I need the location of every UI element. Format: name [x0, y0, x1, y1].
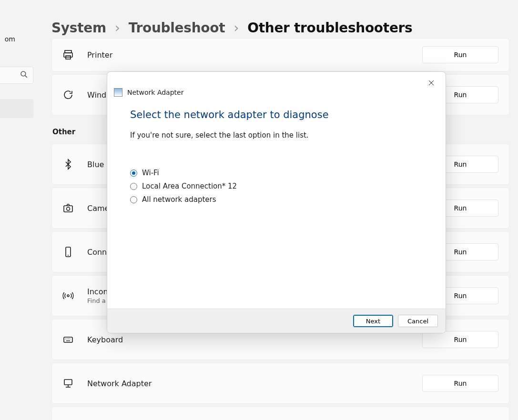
- svg-rect-12: [67, 339, 67, 339]
- troubleshooter-row-printer: Printer Run: [51, 38, 509, 71]
- svg-point-6: [67, 207, 70, 210]
- sidebar-selected-item[interactable]: [0, 99, 33, 118]
- network-icon: [62, 378, 74, 389]
- radio-option-wifi[interactable]: Wi-Fi: [130, 166, 423, 180]
- dialog-description: If you're not sure, select the last opti…: [130, 131, 423, 140]
- sidebar-fragment: om: [0, 0, 33, 420]
- svg-rect-13: [68, 339, 69, 339]
- chevron-right-icon: ›: [115, 20, 120, 36]
- radio-label: Local Area Connection* 12: [142, 182, 237, 190]
- cancel-button[interactable]: Cancel: [398, 315, 438, 327]
- radio-label: Wi-Fi: [142, 169, 159, 177]
- close-icon: [428, 79, 434, 88]
- printer-icon: [62, 49, 74, 60]
- svg-rect-14: [70, 339, 70, 339]
- radio-icon: [130, 183, 137, 190]
- next-button[interactable]: Next: [353, 315, 393, 327]
- svg-rect-15: [66, 340, 70, 341]
- svg-line-1: [25, 76, 27, 78]
- run-button[interactable]: Run: [422, 46, 498, 63]
- radio-option-lan[interactable]: Local Area Connection* 12: [130, 180, 423, 193]
- breadcrumb-troubleshoot[interactable]: Troubleshoot: [129, 20, 225, 36]
- run-button[interactable]: Run: [422, 375, 498, 392]
- sidebar-text-fragment: om: [5, 35, 15, 43]
- troubleshooter-title: Network Adapter: [87, 379, 409, 388]
- svg-point-0: [21, 71, 26, 76]
- breadcrumb-current: Other troubleshooters: [247, 20, 412, 36]
- sidebar-search[interactable]: [0, 67, 33, 84]
- troubleshooter-title: Printer: [87, 50, 409, 60]
- dialog-caption: Network Adapter: [127, 89, 183, 96]
- svg-rect-3: [64, 53, 72, 57]
- troubleshooter-title: Keyboard: [87, 335, 409, 344]
- radio-icon: [130, 170, 137, 177]
- bluetooth-icon: [62, 159, 74, 170]
- camera-icon: [62, 202, 74, 214]
- network-adapter-dialog: Network Adapter Select the network adapt…: [107, 71, 446, 333]
- breadcrumb: System › Troubleshoot › Other troublesho…: [51, 15, 518, 40]
- svg-rect-11: [65, 339, 66, 339]
- troubleshooter-row-partial: [51, 407, 509, 420]
- troubleshooter-app-icon: [114, 88, 122, 97]
- run-button[interactable]: Run: [422, 331, 498, 348]
- radio-option-all[interactable]: All network adapters: [130, 193, 423, 206]
- svg-rect-10: [64, 337, 72, 342]
- dialog-heading: Select the network adapter to diagnose: [130, 109, 423, 120]
- refresh-icon: [62, 89, 74, 100]
- radio-icon: [130, 196, 137, 203]
- broadcast-icon: [62, 290, 74, 301]
- phone-icon: [62, 246, 74, 258]
- troubleshooter-row-network-adapter: Network Adapter Run: [51, 363, 509, 404]
- breadcrumb-system[interactable]: System: [51, 20, 106, 36]
- svg-rect-5: [64, 206, 72, 212]
- search-icon: [20, 70, 28, 80]
- radio-label: All network adapters: [142, 195, 216, 204]
- svg-point-9: [67, 295, 69, 297]
- chevron-right-icon: ›: [234, 20, 239, 36]
- keyboard-icon: [62, 334, 74, 345]
- svg-rect-16: [64, 380, 72, 385]
